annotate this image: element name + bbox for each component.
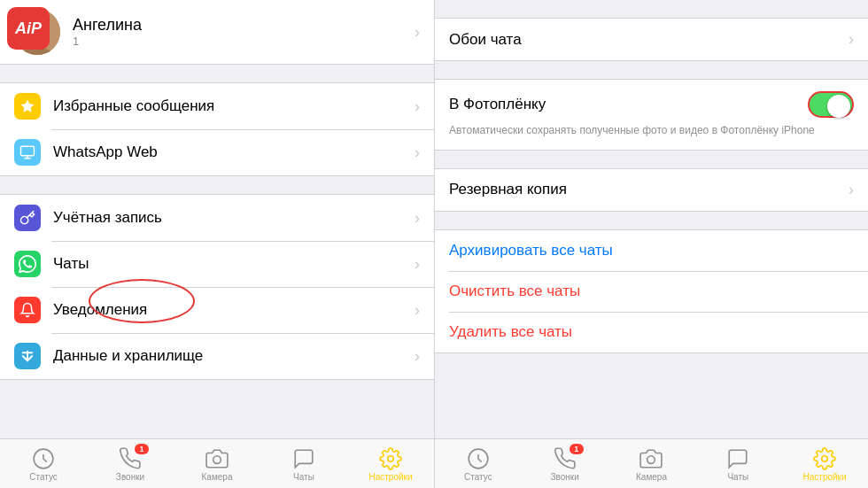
right-tab-settings-label: Настройки bbox=[803, 472, 847, 482]
right-status-icon bbox=[467, 447, 490, 470]
starred-label: Избранные сообщения bbox=[53, 97, 415, 115]
menu-item-chats[interactable]: Чаты › bbox=[0, 241, 434, 287]
right-tab-calls[interactable]: 1 Звонки bbox=[539, 447, 592, 482]
data-label: Данные и хранилище bbox=[53, 347, 415, 365]
photo-section: В Фотоплёнку Автоматически сохранять пол… bbox=[435, 79, 868, 151]
section-group-1: Избранные сообщения › WhatsApp Web › bbox=[0, 82, 434, 176]
menu-item-backup[interactable]: Резервная копия › bbox=[435, 169, 868, 211]
tab-status[interactable]: Статус bbox=[17, 447, 70, 482]
notifications-chevron: › bbox=[415, 301, 420, 320]
right-calls-badge: 1 bbox=[570, 444, 584, 454]
profile-info: Ангелина 1 bbox=[73, 16, 407, 48]
right-chats-tab-icon bbox=[726, 447, 749, 470]
svg-point-6 bbox=[213, 456, 221, 464]
action-clear[interactable]: Очистить все чаты bbox=[435, 271, 868, 312]
right-panel: Обои чата › В Фотоплёнку Автоматически с… bbox=[434, 0, 868, 488]
whatsapp-web-chevron: › bbox=[415, 143, 420, 162]
starred-chevron: › bbox=[415, 97, 420, 116]
photo-toggle[interactable] bbox=[808, 91, 854, 118]
right-tab-calls-label: Звонки bbox=[551, 472, 579, 482]
action-delete[interactable]: Удалить все чаты bbox=[435, 312, 868, 352]
section-group-2: Учётная запись › Чаты › Уведомления › bbox=[0, 194, 434, 380]
aip-logo: AiP bbox=[7, 7, 50, 50]
photo-description: Автоматически сохранять полученные фото … bbox=[449, 123, 854, 138]
left-tab-bar: Статус 1 Звонки Камера bbox=[0, 438, 434, 488]
right-tab-camera-label: Камера bbox=[636, 472, 667, 482]
photo-label: В Фотоплёнку bbox=[449, 96, 808, 113]
menu-item-notifications[interactable]: Уведомления › bbox=[0, 287, 434, 333]
right-tab-camera[interactable]: Камера bbox=[624, 447, 678, 482]
chats-tab-icon bbox=[292, 447, 315, 470]
profile-subtitle: 1 bbox=[73, 35, 407, 48]
right-settings-icon bbox=[813, 447, 836, 470]
chats-label: Чаты bbox=[53, 255, 415, 273]
photo-toggle-row: В Фотоплёнку bbox=[449, 91, 854, 118]
toggle-knob bbox=[827, 95, 850, 118]
tab-camera-label: Камера bbox=[202, 472, 233, 482]
action-archive[interactable]: Архивировать все чаты bbox=[435, 230, 868, 271]
profile-chevron: › bbox=[415, 23, 420, 42]
clear-label: Очистить все чаты bbox=[449, 283, 580, 299]
tab-settings-label: Настройки bbox=[368, 472, 412, 482]
monitor-icon bbox=[14, 139, 41, 166]
tab-calls[interactable]: 1 Звонки bbox=[104, 447, 157, 482]
key-icon bbox=[14, 205, 41, 231]
tab-chats-label: Чаты bbox=[293, 472, 314, 482]
star-icon bbox=[14, 93, 41, 120]
right-tab-settings[interactable]: Настройки bbox=[798, 447, 851, 482]
tab-chats[interactable]: Чаты bbox=[277, 447, 330, 482]
menu-item-whatsapp-web[interactable]: WhatsApp Web › bbox=[0, 129, 434, 175]
right-tab-status-label: Статус bbox=[464, 472, 492, 482]
right-camera-icon bbox=[639, 447, 663, 470]
menu-item-starred[interactable]: Избранные сообщения › bbox=[0, 83, 434, 129]
whatsapp-icon bbox=[14, 251, 41, 277]
menu-item-account[interactable]: Учётная запись › bbox=[0, 195, 434, 241]
menu-item-data[interactable]: Данные и хранилище › bbox=[0, 333, 434, 379]
backup-section: Резервная копия › bbox=[435, 168, 868, 212]
tab-settings[interactable]: Настройки bbox=[364, 447, 417, 482]
account-chevron: › bbox=[415, 209, 420, 228]
account-label: Учётная запись bbox=[53, 209, 415, 227]
backup-chevron: › bbox=[849, 181, 854, 199]
camera-icon bbox=[205, 447, 229, 470]
right-tab-chats-label: Чаты bbox=[727, 472, 748, 482]
tab-calls-label: Звонки bbox=[116, 472, 144, 482]
right-tab-chats[interactable]: Чаты bbox=[711, 447, 764, 482]
chats-chevron: › bbox=[415, 255, 420, 274]
tab-camera[interactable]: Камера bbox=[190, 447, 244, 482]
status-icon bbox=[32, 447, 55, 470]
wallpaper-chevron: › bbox=[849, 30, 854, 49]
bell-icon bbox=[14, 297, 41, 323]
profile-name: Ангелина bbox=[73, 16, 407, 35]
svg-point-9 bbox=[647, 456, 655, 464]
archive-label: Архивировать все чаты bbox=[449, 242, 613, 259]
notifications-label: Уведомления bbox=[53, 301, 415, 319]
svg-rect-2 bbox=[21, 146, 35, 156]
calls-badge: 1 bbox=[135, 444, 149, 454]
svg-point-7 bbox=[388, 456, 394, 462]
wallpaper-label: Обои чата bbox=[449, 31, 849, 49]
data-icon bbox=[14, 343, 41, 369]
svg-point-10 bbox=[822, 456, 828, 462]
settings-icon bbox=[379, 447, 402, 470]
right-tab-status[interactable]: Статус bbox=[452, 447, 505, 482]
wallpaper-section: Обои чата › bbox=[435, 18, 868, 61]
tab-status-label: Статус bbox=[29, 472, 58, 482]
whatsapp-web-label: WhatsApp Web bbox=[53, 143, 415, 161]
left-panel: AiP Ангелина 1 › bbox=[0, 0, 434, 488]
actions-section: Архивировать все чаты Очистить все чаты … bbox=[435, 229, 868, 353]
menu-item-wallpaper[interactable]: Обои чата › bbox=[435, 19, 868, 60]
right-tab-bar: Статус 1 Звонки Камера bbox=[435, 438, 868, 488]
profile-item[interactable]: Ангелина 1 › bbox=[0, 0, 434, 64]
delete-label: Удалить все чаты bbox=[449, 323, 572, 340]
backup-label: Резервная копия bbox=[449, 181, 849, 198]
data-chevron: › bbox=[415, 347, 420, 366]
